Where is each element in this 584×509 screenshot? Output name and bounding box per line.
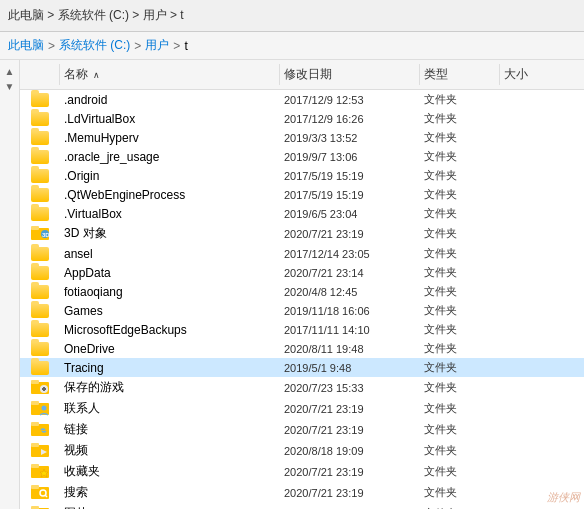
column-header: 名称 ∧ 修改日期 类型 大小 — [20, 60, 584, 90]
file-icon-cell — [20, 150, 60, 164]
contacts-icon — [31, 401, 49, 417]
file-size — [500, 429, 560, 431]
table-row[interactable]: .QtWebEngineProcess2017/5/19 15:19文件夹 — [20, 185, 584, 204]
file-name: AppData — [60, 265, 280, 281]
file-size — [500, 194, 560, 196]
title-text: 此电脑 > 系统软件 (C:) > 用户 > t — [8, 7, 184, 24]
table-row[interactable]: ansel2017/12/14 23:05文件夹 — [20, 244, 584, 263]
file-name: .LdVirtualBox — [60, 111, 280, 127]
file-name: .MemuHyperv — [60, 130, 280, 146]
table-row[interactable]: Games2019/11/18 16:06文件夹 — [20, 301, 584, 320]
sort-arrow-icon: ∧ — [93, 70, 100, 80]
file-size — [500, 156, 560, 158]
file-date: 2020/7/21 23:19 — [280, 486, 420, 500]
file-date: 2017/12/14 23:05 — [280, 247, 420, 261]
watermark: 游侠网 — [547, 490, 580, 505]
file-name: .Origin — [60, 168, 280, 184]
content-area[interactable]: 名称 ∧ 修改日期 类型 大小 .android2017/12/9 12:53文… — [20, 60, 584, 509]
file-type: 文件夹 — [420, 321, 500, 338]
svg-rect-15 — [31, 443, 39, 447]
table-row[interactable]: OneDrive2020/8/11 19:48文件夹 — [20, 339, 584, 358]
breadcrumb-sep3: > — [173, 39, 180, 53]
table-row[interactable]: 3D3D 对象2020/7/21 23:19文件夹 — [20, 223, 584, 244]
file-type: 文件夹 — [420, 129, 500, 146]
svg-rect-13 — [31, 422, 39, 426]
table-row[interactable]: Tracing2019/5/1 9:48文件夹 — [20, 358, 584, 377]
folder-icon — [31, 304, 49, 318]
svg-rect-18 — [31, 464, 39, 468]
col-head-type[interactable]: 类型 — [420, 64, 500, 85]
svg-rect-8 — [42, 388, 46, 390]
file-type: 文件夹 — [420, 205, 500, 222]
table-row[interactable]: .LdVirtualBox2017/12/9 16:26文件夹 — [20, 109, 584, 128]
file-name: 收藏夹 — [60, 462, 280, 481]
folder-icon — [31, 150, 49, 164]
table-row[interactable]: .oracle_jre_usage2019/9/7 13:06文件夹 — [20, 147, 584, 166]
file-date: 2020/8/18 19:09 — [280, 444, 420, 458]
col-head-name[interactable]: 名称 ∧ — [60, 64, 280, 85]
file-date: 2020/7/21 23:14 — [280, 266, 420, 280]
col-head-size[interactable]: 大小 — [500, 64, 560, 85]
folder-icon — [31, 93, 49, 107]
file-name: ansel — [60, 246, 280, 262]
file-name: 3D 对象 — [60, 224, 280, 243]
table-row[interactable]: 保存的游戏2020/7/23 15:33文件夹 — [20, 377, 584, 398]
breadcrumb-drive[interactable]: 系统软件 (C:) — [59, 37, 130, 54]
file-name: MicrosoftEdgeBackups — [60, 322, 280, 338]
file-type: 文件夹 — [420, 359, 500, 376]
file-icon-cell — [20, 247, 60, 261]
file-date: 2020/7/21 23:19 — [280, 227, 420, 241]
file-size — [500, 213, 560, 215]
file-date: 2017/12/9 16:26 — [280, 112, 420, 126]
table-row[interactable]: .VirtualBox2019/6/5 23:04文件夹 — [20, 204, 584, 223]
video-folder-icon — [31, 443, 49, 459]
file-size — [500, 99, 560, 101]
table-row[interactable]: MicrosoftEdgeBackups2017/11/11 14:10文件夹 — [20, 320, 584, 339]
file-icon-cell — [20, 323, 60, 337]
file-type: 文件夹 — [420, 442, 500, 459]
table-row[interactable]: fotiaoqiang2020/4/8 12:45文件夹 — [20, 282, 584, 301]
table-row[interactable]: 联系人2020/7/21 23:19文件夹 — [20, 398, 584, 419]
svg-text:3D: 3D — [42, 232, 49, 238]
file-size — [500, 272, 560, 274]
sidebar-arrow-down[interactable]: ▼ — [5, 81, 15, 92]
file-name: 图片 — [60, 504, 280, 509]
breadcrumb-users[interactable]: 用户 — [145, 37, 169, 54]
table-row[interactable]: 视频2020/8/18 19:09文件夹 — [20, 440, 584, 461]
saved-games-icon — [31, 380, 49, 396]
file-date: 2020/7/21 23:19 — [280, 465, 420, 479]
table-row[interactable]: AppData2020/7/21 23:14文件夹 — [20, 263, 584, 282]
table-row[interactable]: 搜索2020/7/21 23:19文件夹 — [20, 482, 584, 503]
file-size — [500, 348, 560, 350]
breadcrumb-bar[interactable]: 此电脑 > 系统软件 (C:) > 用户 > t — [0, 32, 584, 60]
file-icon-cell — [20, 207, 60, 221]
table-row[interactable]: .MemuHyperv2019/3/3 13:52文件夹 — [20, 128, 584, 147]
folder-icon — [31, 131, 49, 145]
sidebar-arrow-up[interactable]: ▲ — [5, 66, 15, 77]
folder-icon — [31, 285, 49, 299]
breadcrumb-this-pc[interactable]: 此电脑 — [8, 37, 44, 54]
breadcrumb-sep1: > — [48, 39, 55, 53]
search-folder-icon — [31, 485, 49, 501]
table-row[interactable]: 图片2020/7/21 23:19文件夹 — [20, 503, 584, 509]
file-name: 搜索 — [60, 483, 280, 502]
file-type: 文件夹 — [420, 302, 500, 319]
file-size — [500, 471, 560, 473]
file-list: .android2017/12/9 12:53文件夹.LdVirtualBox2… — [20, 90, 584, 509]
file-date: 2020/7/21 23:19 — [280, 423, 420, 437]
table-row[interactable]: 链接2020/7/21 23:19文件夹 — [20, 419, 584, 440]
svg-point-11 — [42, 405, 47, 410]
col-head-empty — [20, 64, 60, 85]
file-date: 2019/6/5 23:04 — [280, 207, 420, 221]
col-head-date[interactable]: 修改日期 — [280, 64, 420, 85]
3d-folder-icon: 3D — [31, 226, 49, 242]
file-date: 2019/5/1 9:48 — [280, 361, 420, 375]
file-size — [500, 329, 560, 331]
table-row[interactable]: .Origin2017/5/19 15:19文件夹 — [20, 166, 584, 185]
table-row[interactable]: 收藏夹2020/7/21 23:19文件夹 — [20, 461, 584, 482]
file-date: 2020/7/21 23:19 — [280, 402, 420, 416]
file-date: 2020/4/8 12:45 — [280, 285, 420, 299]
svg-rect-25 — [31, 506, 39, 510]
file-name: 视频 — [60, 441, 280, 460]
table-row[interactable]: .android2017/12/9 12:53文件夹 — [20, 90, 584, 109]
